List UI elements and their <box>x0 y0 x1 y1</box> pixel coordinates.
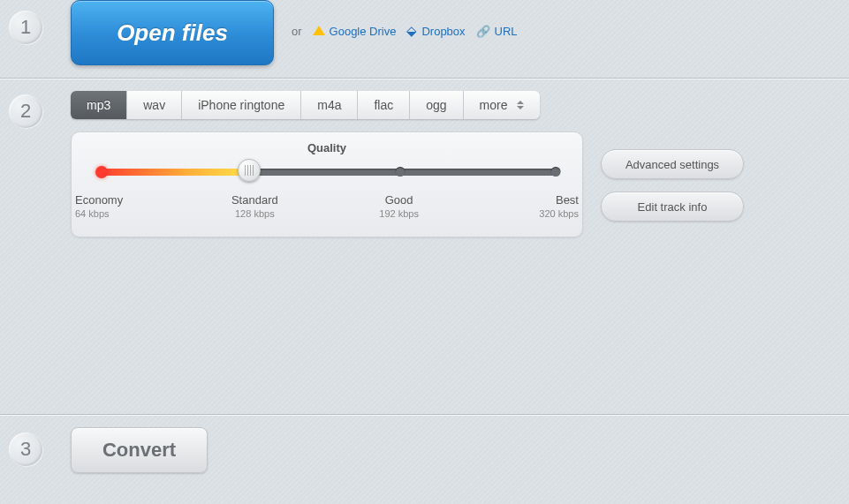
quality-label-standard: Standard 128 kbps <box>219 193 290 219</box>
economy-name: Economy <box>75 193 123 207</box>
step-1-badge: 1 <box>9 11 42 44</box>
google-drive-icon <box>313 26 325 35</box>
step-2-section: 2 mp3 wav iPhone ringtone m4a flac ogg m… <box>0 79 849 414</box>
tab-m4a[interactable]: m4a <box>301 91 358 119</box>
slider-tick-good <box>395 167 405 177</box>
convert-button[interactable]: Convert <box>71 427 208 473</box>
chevron-sort-icon <box>517 101 524 109</box>
quality-label-good: Good 192 kbps <box>364 193 435 219</box>
quality-label-best: Best 320 kbps <box>508 193 579 219</box>
edit-track-info-button[interactable]: Edit track info <box>601 192 744 222</box>
google-drive-link[interactable]: Google Drive <box>313 25 397 38</box>
slider-tick-best <box>551 167 561 177</box>
side-buttons: Advanced settings Edit track info <box>601 149 744 222</box>
format-tabs: mp3 wav iPhone ringtone m4a flac ogg mor… <box>71 91 540 119</box>
quality-panel: Quality Economy 64 kbps Standard 128 kbp… <box>71 132 583 237</box>
standard-rate: 128 kbps <box>219 208 290 219</box>
tab-iphone-ringtone[interactable]: iPhone ringtone <box>182 91 301 119</box>
url-label: URL <box>495 25 518 38</box>
tab-more-label: more <box>480 98 508 112</box>
open-files-button[interactable]: Open files <box>71 0 274 65</box>
link-icon: 🔗 <box>476 25 490 38</box>
quality-title: Quality <box>98 141 556 154</box>
slider-fill <box>98 169 249 176</box>
dropbox-label: Dropbox <box>421 25 465 38</box>
quality-label-economy: Economy 64 kbps <box>75 193 146 219</box>
step-3-badge: 3 <box>9 433 42 466</box>
best-name: Best <box>556 193 579 207</box>
or-label: or <box>292 25 302 38</box>
dropbox-icon: ⬙ <box>406 23 417 39</box>
step-2-badge: 2 <box>9 94 42 128</box>
tab-flac[interactable]: flac <box>358 91 410 119</box>
tab-more[interactable]: more <box>464 91 540 119</box>
quality-slider[interactable] <box>98 169 556 176</box>
good-name: Good <box>385 193 413 207</box>
google-drive-label: Google Drive <box>330 25 397 38</box>
url-link[interactable]: 🔗 URL <box>476 25 518 38</box>
best-rate: 320 kbps <box>508 208 579 219</box>
tab-ogg[interactable]: ogg <box>410 91 463 119</box>
standard-name: Standard <box>231 193 278 207</box>
step-3-section: 3 Convert <box>0 414 849 493</box>
tab-wav[interactable]: wav <box>127 91 182 119</box>
slider-thumb[interactable] <box>238 159 261 182</box>
good-rate: 192 kbps <box>364 208 435 219</box>
economy-rate: 64 kbps <box>75 208 146 219</box>
advanced-settings-button[interactable]: Advanced settings <box>601 149 744 179</box>
quality-labels: Economy 64 kbps Standard 128 kbps Good 1… <box>98 193 556 219</box>
source-links: or Google Drive ⬙ Dropbox 🔗 URL <box>292 23 518 39</box>
step-1-section: 1 Open files or Google Drive ⬙ Dropbox 🔗… <box>0 0 849 78</box>
dropbox-link[interactable]: ⬙ Dropbox <box>406 23 465 39</box>
tab-mp3[interactable]: mp3 <box>71 91 127 119</box>
